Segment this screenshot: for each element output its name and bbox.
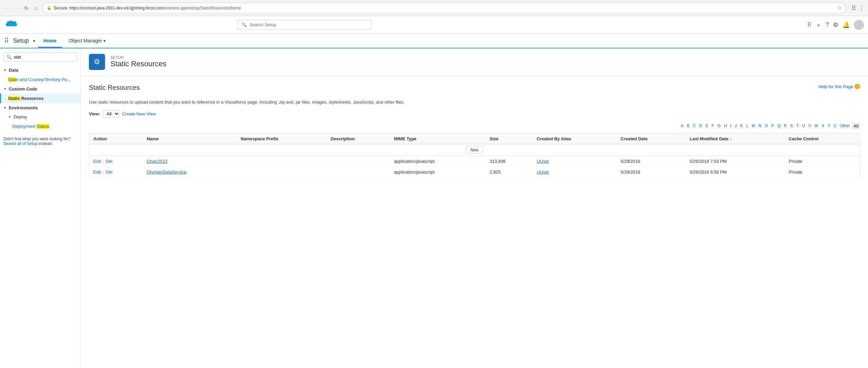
alpha-b[interactable]: B — [686, 123, 690, 129]
alpha-k[interactable]: K — [739, 123, 744, 129]
tab-object-manager[interactable]: Object Manager ▾ — [63, 35, 112, 48]
search-icon: 🔍 — [241, 22, 247, 27]
extensions-icon[interactable]: ⠿ — [851, 4, 856, 12]
reload-button[interactable]: ↻ — [22, 4, 30, 12]
row1-namespace — [237, 156, 327, 167]
setup-dropdown-button[interactable]: ▾ — [32, 38, 37, 44]
alpha-d[interactable]: D — [698, 123, 703, 129]
add-icon[interactable]: ＋ — [815, 21, 822, 29]
help-link[interactable]: Help for this Page ? — [818, 84, 860, 89]
create-new-view-link[interactable]: Create New View — [122, 111, 156, 116]
col-action: Action — [89, 134, 143, 144]
alpha-q[interactable]: Q — [776, 123, 781, 129]
sidebar-search-input[interactable] — [14, 55, 74, 60]
avatar[interactable] — [854, 20, 864, 30]
alpha-i[interactable]: I — [729, 123, 732, 129]
col-created-by: Created By Alias — [533, 134, 617, 144]
alpha-all[interactable]: All — [852, 123, 860, 129]
alpha-r[interactable]: R — [783, 123, 788, 129]
alpha-a[interactable]: A — [680, 123, 684, 129]
row1-modified-date: 5/29/2018 7:03 PM — [685, 156, 784, 167]
grid-icon[interactable]: ⠿ — [807, 21, 811, 29]
sidebar-subsection-deploy[interactable]: ▼ Deploy — [0, 112, 81, 122]
alpha-f[interactable]: F — [710, 123, 715, 129]
row2-name: OlympicDataService — [143, 167, 237, 178]
row1-user-link[interactable]: UUser — [537, 159, 549, 164]
row2-name-link[interactable]: OlympicDataService — [147, 170, 187, 175]
object-manager-dropdown[interactable]: ▾ — [103, 38, 106, 43]
search-input[interactable] — [249, 22, 367, 27]
alpha-v[interactable]: V — [807, 123, 812, 129]
row2-del-link[interactable]: Del — [106, 170, 113, 175]
alpha-other[interactable]: Other — [839, 123, 851, 129]
tab-home[interactable]: Home — [38, 35, 62, 48]
alpha-n[interactable]: N — [757, 123, 763, 129]
sidebar-search[interactable]: 🔍 — [3, 53, 77, 62]
sidebar-section-data[interactable]: ▼ Data — [0, 66, 81, 75]
alpha-j[interactable]: J — [734, 123, 738, 129]
help-icon[interactable]: ? — [826, 21, 829, 28]
menu-icon[interactable]: ⋮ — [859, 4, 865, 12]
sidebar-item-static-resources[interactable]: Static Resources — [0, 94, 81, 103]
topnav-right: ⠿ ＋ ? ⚙ 🔔 — [807, 20, 864, 30]
setup-app-label: Setup — [13, 37, 29, 44]
alpha-w[interactable]: W — [813, 123, 819, 129]
new-button[interactable]: New — [466, 146, 483, 154]
tab-home-label: Home — [43, 38, 57, 43]
col-name: Name — [143, 134, 237, 144]
alpha-o[interactable]: O — [764, 123, 769, 129]
view-select[interactable]: All — [103, 110, 120, 118]
alpha-c[interactable]: C — [692, 123, 697, 129]
address-bar[interactable]: 🔒 Secure https://connect-java-2931-dev-e… — [42, 3, 846, 13]
title-row: Static Resources Help for this Page ? — [89, 84, 860, 96]
alpha-m[interactable]: M — [751, 123, 756, 129]
sidebar-item-static-label: Static Resources — [8, 96, 44, 101]
browser-right-icons: ⠿ ⋮ — [851, 4, 865, 12]
row2-edit-link[interactable]: Edit — [93, 170, 101, 175]
bell-icon[interactable]: 🔔 — [842, 21, 850, 29]
search-all-setup-link[interactable]: Search all of Setup — [3, 141, 37, 146]
row2-cache: Private — [785, 167, 860, 178]
search-bar[interactable]: 🔍 — [237, 20, 372, 30]
alpha-y[interactable]: Y — [827, 123, 831, 129]
sidebar-item-deployment-status[interactable]: Deployment Status — [0, 122, 81, 131]
sidebar-footer-text: Didn't find what you were looking for? — [3, 137, 70, 141]
row2-modified-date: 5/29/2018 6:56 PM — [685, 167, 784, 178]
row1-created-date: 5/29/2018 — [617, 156, 685, 167]
forward-button[interactable]: → — [13, 4, 21, 12]
row2-user-link[interactable]: UUser — [537, 170, 549, 175]
alpha-l[interactable]: L — [745, 123, 749, 129]
alpha-x[interactable]: X — [820, 123, 825, 129]
page-header: ⚙ SETUP Static Resources — [81, 48, 868, 76]
url-path: /one/one.app#setup/StaticResources/home — [164, 6, 241, 10]
apps-grid-icon[interactable]: ⠿ — [4, 37, 9, 45]
content-title: Static Resources — [89, 84, 140, 92]
row1-name-link[interactable]: ChartJS23 — [147, 159, 167, 164]
alpha-t[interactable]: T — [795, 123, 800, 129]
bookmark-icon[interactable]: ☆ — [837, 5, 842, 11]
gear-icon: ⚙ — [94, 58, 100, 66]
alpha-u[interactable]: U — [801, 123, 806, 129]
alpha-s[interactable]: S — [789, 123, 794, 129]
sf-topnav: 🔍 ⠿ ＋ ? ⚙ 🔔 — [0, 16, 868, 34]
alpha-z[interactable]: Z — [833, 123, 837, 129]
row2-namespace — [237, 167, 327, 178]
sidebar-section-custom-code[interactable]: ▼ Custom Code — [0, 85, 81, 94]
page-header-icon: ⚙ — [89, 54, 105, 70]
row2-created-date: 5/29/2018 — [617, 167, 685, 178]
col-last-modified[interactable]: Last Modified Date ↓ — [685, 134, 784, 144]
back-button[interactable]: ← — [3, 4, 11, 12]
alpha-h[interactable]: H — [723, 123, 728, 129]
row1-edit-link[interactable]: Edit — [93, 159, 101, 164]
alpha-p[interactable]: P — [770, 123, 775, 129]
alpha-g[interactable]: G — [716, 123, 721, 129]
home-button[interactable]: ⌂ — [32, 4, 40, 12]
setup-label-small: SETUP — [111, 56, 166, 60]
sidebar-footer: Didn't find what you were looking for? S… — [0, 131, 81, 152]
row1-del-link[interactable]: Del — [106, 159, 113, 164]
view-label: View: — [89, 111, 100, 116]
setup-icon[interactable]: ⚙ — [833, 21, 838, 29]
sidebar-section-environments[interactable]: ▼ Environments — [0, 103, 81, 112]
alpha-e[interactable]: E — [704, 123, 709, 129]
sidebar-item-state-country[interactable]: State and Country/Territory Pic... — [0, 75, 81, 85]
